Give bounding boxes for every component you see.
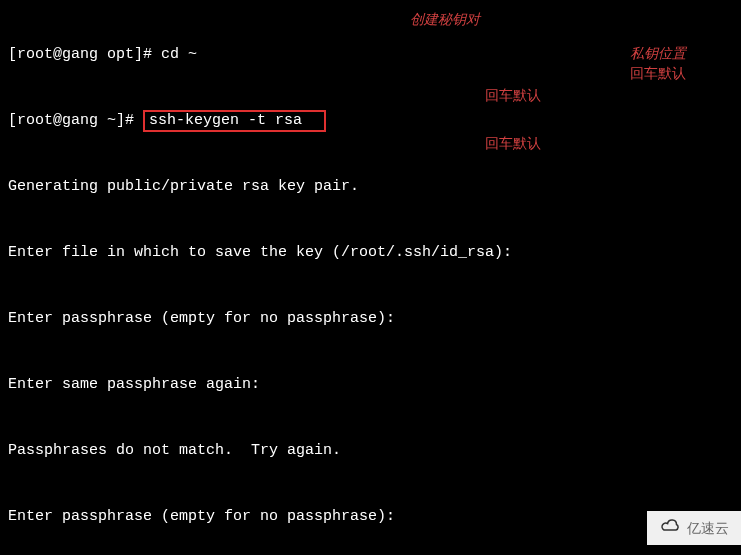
annotation-create-keypair: 创建秘钥对 [410, 8, 480, 30]
annotation-enter-default: 回车默认 [630, 62, 686, 84]
terminal-line: Enter file in which to save the key (/ro… [8, 242, 733, 264]
terminal-line: Enter passphrase (empty for no passphras… [8, 506, 733, 528]
annotation-private-key-location: 私钥位置 [630, 42, 686, 64]
highlighted-command: ssh-keygen -t rsa [143, 110, 326, 132]
terminal-line: Enter same passphrase again: [8, 374, 733, 396]
terminal-line: [root@gang ~]# ssh-keygen -t rsa [8, 110, 733, 132]
watermark-text: 亿速云 [687, 517, 729, 539]
terminal-line: Generating public/private rsa key pair. [8, 176, 733, 198]
terminal-line: Enter passphrase (empty for no passphras… [8, 308, 733, 330]
terminal-line: [root@gang opt]# cd ~ [8, 44, 733, 66]
cloud-icon [659, 517, 681, 539]
shell-prompt: [root@gang ~]# [8, 112, 143, 129]
terminal-line: Passphrases do not match. Try again. [8, 440, 733, 462]
annotation-enter-default: 回车默认 [485, 132, 541, 154]
watermark-badge: 亿速云 [647, 511, 741, 545]
annotation-enter-default: 回车默认 [485, 84, 541, 106]
